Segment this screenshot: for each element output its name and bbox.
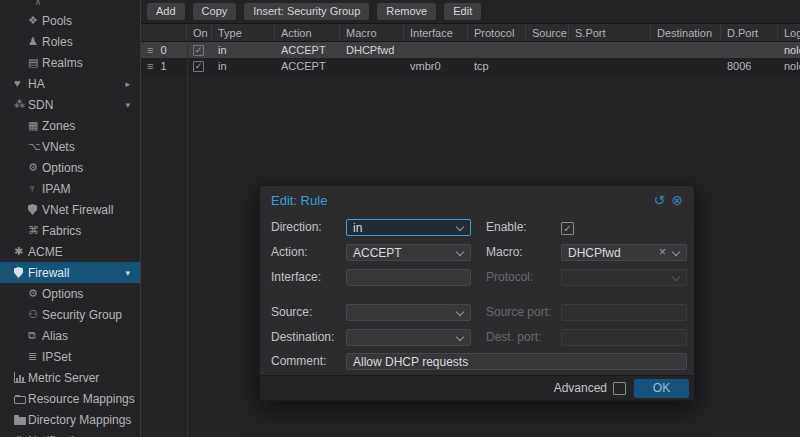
column-header-log[interactable]: Log [778,24,800,41]
ipam-icon: ♆ [28,183,42,194]
sidebar-item-fabrics[interactable]: ⌘Fabrics [0,220,140,241]
advanced-checkbox[interactable] [613,382,626,395]
edit-button[interactable]: Edit [444,3,481,20]
column-header-on[interactable]: On [187,24,212,41]
drag-handle-icon[interactable]: ≡ [147,44,153,56]
cell-log: nolog [778,58,800,74]
column-header-macro[interactable]: Macro [340,24,404,41]
sidebar-item-sdn[interactable]: ⁂SDN▾ [0,94,140,115]
destination-combobox[interactable] [346,329,471,346]
chart-icon [14,372,28,383]
column-header-type[interactable]: Type [212,24,275,41]
macro-combobox[interactable]: DHCPfwd × [561,244,687,261]
chevron-down-icon[interactable] [456,248,464,256]
remove-button[interactable]: Remove [377,3,436,20]
cell-destination [651,42,721,58]
expand-arrow-icon[interactable]: ▸ [125,73,130,94]
sidebar-item-alias[interactable]: ⧉Alias [0,325,140,346]
scroll-up-icon[interactable]: ∧ [30,0,46,7]
chevron-down-icon[interactable] [456,223,464,231]
sidebar-item-ipset[interactable]: ≣IPSet [0,346,140,367]
column-header-source[interactable]: Source [526,24,569,41]
chevron-down-icon[interactable] [456,308,464,316]
sidebar-item-label: SDN [28,98,53,112]
rule-position: 1 [160,60,166,72]
sidebar-item-directory-mappings[interactable]: Directory Mappings [0,409,140,430]
sidebar-item-notifications[interactable]: ⚆Notifications [0,430,140,437]
ok-button[interactable]: OK [634,379,689,398]
dest-port-input [561,329,687,346]
folder-icon [14,415,28,425]
sidebar-item-ipam[interactable]: ♆IPAM [0,178,140,199]
sidebar-item-security-group[interactable]: ⚇Security Group [0,304,140,325]
copy-button[interactable]: Copy [193,3,237,20]
undo-icon[interactable]: ↺ [654,193,666,207]
add-button[interactable]: Add [147,3,185,20]
sidebar-item-pools[interactable]: ❖Pools [0,10,140,31]
direction-label: Direction: [271,219,322,236]
rule-enabled-checkbox[interactable]: ✓ [193,45,204,56]
sidebar-item-roles[interactable]: ♟Roles [0,31,140,52]
direction-value: in [353,221,362,235]
source-combobox[interactable] [346,304,471,321]
dialog-title-bar[interactable]: Edit: Rule ↺ ⊗ [260,186,694,214]
sidebar-item-zones[interactable]: ▦Zones [0,115,140,136]
chevron-down-icon[interactable] [456,333,464,341]
heartbeat-icon: ♥ [14,78,28,89]
sidebar-item-options[interactable]: ⚙Options [0,283,140,304]
cell-value-protocol: tcp [474,60,489,72]
rule-enabled-checkbox[interactable]: ✓ [193,61,204,72]
sidebar-item-acme[interactable]: ✱ACME [0,241,140,262]
close-icon[interactable]: ⊗ [671,193,683,207]
column-header-d-port[interactable]: D.Port [721,24,778,41]
collapse-arrow-icon[interactable]: ▾ [125,94,130,115]
folder-open-icon [14,394,28,404]
column-header-interface[interactable]: Interface [404,24,468,41]
column-header-rownumber[interactable] [141,24,187,41]
sidebar-item-realms[interactable]: ▤Realms [0,52,140,73]
tags-icon: ❖ [28,15,42,26]
navigation-tree: ❖Pools♟Roles▤Realms♥HA▸⁂SDN▾▦Zones⌥VNets… [0,10,140,437]
cell-type: in [212,58,275,74]
sidebar-item-label: Directory Mappings [28,413,131,427]
sidebar-item-vnet-firewall[interactable]: VNet Firewall [0,199,140,220]
sidebar-item-label: VNets [42,140,75,154]
clear-icon[interactable]: × [659,246,666,258]
column-header-destination[interactable]: Destination [651,24,721,41]
interface-input[interactable] [346,269,471,286]
column-header-protocol[interactable]: Protocol [468,24,526,41]
gear-icon: ⚙ [28,288,42,299]
cell-on: ✓ [187,42,212,58]
action-combobox[interactable]: ACCEPT [346,244,471,261]
insert-security-group-button[interactable]: Insert: Security Group [244,3,369,20]
source-label: Source: [271,304,312,321]
list-icon: ≣ [28,351,42,362]
interface-label: Interface: [271,269,321,286]
sidebar-item-label: Fabrics [42,224,81,238]
direction-combobox[interactable]: in [346,219,471,236]
sidebar-item-label: Options [42,161,83,175]
column-header-action[interactable]: Action [275,24,340,41]
protocol-label: Protocol: [486,269,533,286]
sidebar-item-resource-mappings[interactable]: Resource Mappings [0,388,140,409]
column-header-s-port[interactable]: S.Port [569,24,651,41]
grid-column-divider [187,41,188,437]
sidebar-item-metric-server[interactable]: Metric Server [0,367,140,388]
sidebar-item-vnets[interactable]: ⌥VNets [0,136,140,157]
chevron-down-icon[interactable] [672,248,680,256]
cell-dport: 8006 [721,58,778,74]
enable-checkbox[interactable]: ✓ [561,222,574,235]
rules-toolbar: AddCopyInsert: Security GroupRemoveEdit [141,0,800,23]
protocol-combobox [561,269,687,286]
sidebar-item-firewall[interactable]: Firewall▾ [0,262,140,283]
drag-handle-icon[interactable]: ≡ [147,60,153,72]
fabric-icon: ⌘ [28,225,42,236]
comment-input[interactable]: Allow DHCP requests [346,353,687,370]
rule-row-0[interactable]: ≡0✓inACCEPTDHCPfwdnolog [141,42,800,58]
sidebar-item-label: IPAM [42,182,70,196]
collapse-arrow-icon[interactable]: ▾ [125,262,130,283]
rule-row-1[interactable]: ≡1✓inACCEPTvmbr0tcp8006nolog [141,58,800,74]
sidebar-item-ha[interactable]: ♥HA▸ [0,73,140,94]
cell-interface: vmbr0 [404,58,468,74]
sidebar-item-options[interactable]: ⚙Options [0,157,140,178]
